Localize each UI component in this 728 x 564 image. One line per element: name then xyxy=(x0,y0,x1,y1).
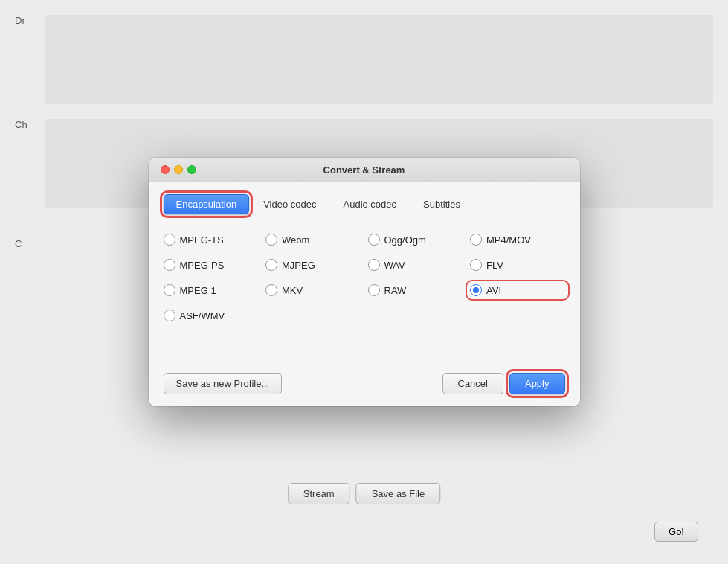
radio-btn-mp4-mov xyxy=(470,234,482,246)
radio-btn-asf-wmv xyxy=(164,310,175,321)
radio-mpeg-ts[interactable]: MPEG-TS xyxy=(164,234,259,246)
radio-wav[interactable]: WAV xyxy=(368,259,463,271)
convert-stream-dialog: Convert & Stream Encapsulation Video cod… xyxy=(149,158,580,406)
radio-label-raw: RAW xyxy=(384,285,407,296)
modal-footer: Save as new Profile... Cancel Apply xyxy=(149,364,580,406)
radio-mpeg1[interactable]: MPEG 1 xyxy=(164,284,259,296)
radio-btn-ogg-ogm xyxy=(368,234,380,246)
modal-body: Encapsulation Video codec Audio codec Su… xyxy=(149,182,580,348)
radio-mjpeg[interactable]: MJPEG xyxy=(265,259,361,271)
footer-actions: Cancel Apply xyxy=(442,373,565,394)
radio-label-wav: WAV xyxy=(384,260,405,271)
close-button[interactable] xyxy=(161,165,170,174)
cancel-button[interactable]: Cancel xyxy=(442,373,503,394)
radio-label-mjpeg: MJPEG xyxy=(282,260,315,271)
footer-separator xyxy=(149,356,580,356)
tab-subtitles[interactable]: Subtitles xyxy=(410,194,473,214)
save-profile-button[interactable]: Save as new Profile... xyxy=(164,373,283,394)
radio-label-asf-wmv: ASF/WMV xyxy=(180,310,225,321)
modal-title: Convert & Stream xyxy=(323,164,405,176)
radio-btn-webm xyxy=(265,234,277,246)
tab-bar: Encapsulation Video codec Audio codec Su… xyxy=(164,194,565,214)
radio-label-avi: AVI xyxy=(486,285,501,296)
radio-btn-mjpeg xyxy=(265,259,277,271)
radio-mp4-mov[interactable]: MP4/MOV xyxy=(470,234,565,246)
radio-label-webm: Webm xyxy=(282,234,309,246)
modal-titlebar: Convert & Stream xyxy=(149,158,580,182)
radio-label-mp4-mov: MP4/MOV xyxy=(486,234,531,246)
radio-btn-avi xyxy=(470,284,482,296)
radio-flv[interactable]: FLV xyxy=(470,259,565,271)
traffic-lights xyxy=(161,165,196,174)
radio-webm[interactable]: Webm xyxy=(265,234,361,246)
radio-ogg-ogm[interactable]: Ogg/Ogm xyxy=(368,234,463,246)
radio-btn-mpeg1 xyxy=(164,284,175,296)
radio-btn-mpeg-ps xyxy=(164,259,175,271)
radio-btn-flv xyxy=(470,259,482,271)
radio-avi[interactable]: AVI xyxy=(470,284,565,296)
tab-audio-codec[interactable]: Audio codec xyxy=(331,194,410,214)
radio-mkv[interactable]: MKV xyxy=(265,284,361,296)
radio-btn-mkv xyxy=(265,284,277,296)
radio-asf-wmv[interactable]: ASF/WMV xyxy=(164,310,259,321)
radio-label-mpeg1: MPEG 1 xyxy=(180,285,216,296)
radio-label-mkv: MKV xyxy=(282,285,303,296)
radio-mpeg-ps[interactable]: MPEG-PS xyxy=(164,259,259,271)
radio-label-mpeg-ps: MPEG-PS xyxy=(180,260,225,271)
radio-label-flv: FLV xyxy=(486,260,503,271)
minimize-button[interactable] xyxy=(174,165,183,174)
radio-btn-raw xyxy=(368,284,380,296)
format-grid: MPEG-TS Webm Ogg/Ogm MP4/MOV MPEG- xyxy=(164,226,565,336)
apply-button[interactable]: Apply xyxy=(509,373,565,394)
radio-label-mpeg-ts: MPEG-TS xyxy=(180,234,224,246)
radio-btn-mpeg-ts xyxy=(164,234,175,246)
radio-raw[interactable]: RAW xyxy=(368,284,463,296)
tab-encapsulation[interactable]: Encapsulation xyxy=(164,194,250,214)
radio-btn-wav xyxy=(368,259,380,271)
maximize-button[interactable] xyxy=(187,165,196,174)
radio-label-ogg-ogm: Ogg/Ogm xyxy=(384,234,426,246)
modal-backdrop: Convert & Stream Encapsulation Video cod… xyxy=(0,0,728,564)
radio-dot-avi xyxy=(473,287,479,293)
tab-video-codec[interactable]: Video codec xyxy=(251,194,329,214)
